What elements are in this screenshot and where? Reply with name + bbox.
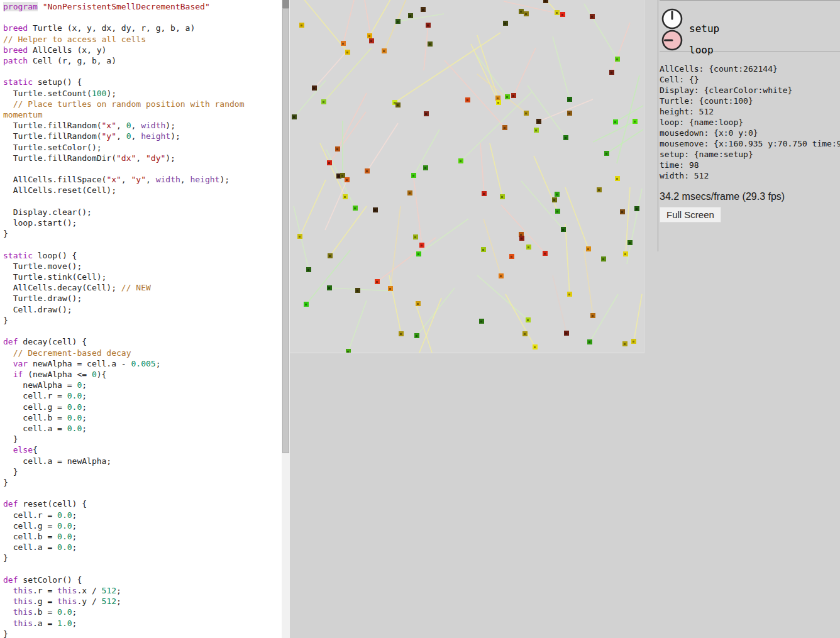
- code-line: momentum: [0, 109, 282, 120]
- code-line: cell.a = 0.0;: [0, 542, 282, 553]
- code-line: [0, 488, 282, 498]
- code-line: }: [0, 466, 282, 477]
- code-line: if (newAlpha <= 0){: [0, 369, 282, 380]
- code-line: cell.a = 0.0;: [0, 423, 282, 434]
- divider: [660, 52, 840, 52]
- watch-line: Turtle: {count:100}: [660, 96, 840, 106]
- code-line: newAlpha = 0;: [0, 380, 282, 390]
- code-line: Turtle.fillRandomDir("dx", "dy");: [0, 153, 282, 163]
- watch-line: mousemove: {x:160.935 y:70.750 time:9: [660, 138, 840, 149]
- code-line: patch Cell (r, g, b, a): [0, 55, 282, 66]
- watch-line: height: 512: [660, 106, 840, 117]
- code-line: cell.r = 0.0;: [0, 510, 282, 520]
- code-line: [0, 66, 282, 77]
- loop-button-label[interactable]: loop: [689, 44, 714, 56]
- code-line: AllCells.fillSpace("x", "y", width, heig…: [0, 174, 282, 185]
- simulation-canvas[interactable]: [290, 0, 644, 353]
- control-panel: setup loop AllCells: {count:262144}Cell:…: [658, 0, 840, 251]
- watch-line: Display: {clearColor:white}: [660, 85, 840, 96]
- code-line: AllCells.decay(Cell); // NEW: [0, 282, 282, 293]
- watch-line: setup: {name:setup}: [660, 149, 840, 160]
- code-line: var newAlpha = cell.a - 0.005;: [0, 358, 282, 369]
- code-line: }: [0, 553, 282, 563]
- code-line: }: [0, 315, 282, 326]
- code-line: [0, 12, 282, 23]
- code-line: // Decrement-based decay: [0, 348, 282, 358]
- code-line: def decay(cell) {: [0, 336, 282, 347]
- turtle-layer: [290, 0, 644, 353]
- divider: [660, 0, 840, 1]
- watch-line: width: 512: [660, 170, 840, 181]
- code-line: Turtle.setCount(100);: [0, 88, 282, 99]
- fullscreen-button[interactable]: Full Screen: [660, 207, 721, 223]
- code-line: // Place turtles on random position with…: [0, 99, 282, 109]
- setup-button-label[interactable]: setup: [689, 23, 719, 35]
- code-line: Turtle.draw();: [0, 293, 282, 304]
- code-line: cell.g = 0.0;: [0, 402, 282, 412]
- scrollbar-up-arrow[interactable]: [282, 0, 289, 8]
- code-line: static loop() {: [0, 250, 282, 261]
- loop-control: loop: [661, 29, 840, 52]
- watch-line: AllCells: {count:262144}: [660, 63, 840, 74]
- code-line: Turtle.move();: [0, 261, 282, 272]
- code-line: }: [0, 629, 282, 638]
- code-line: Turtle.fillRandom("x", 0, width);: [0, 120, 282, 131]
- code-line: Cell.draw();: [0, 304, 282, 315]
- code-line: breed AllCells (x, y): [0, 45, 282, 55]
- watch-line: Cell: {}: [660, 74, 840, 85]
- code-line: AllCells.reset(Cell);: [0, 185, 282, 195]
- code-line: this.g = this.y / 512;: [0, 596, 282, 607]
- code-line: loop.start();: [0, 217, 282, 228]
- code-line: this.r = this.x / 512;: [0, 585, 282, 596]
- code-line: [0, 163, 282, 174]
- code-line: Turtle.setColor();: [0, 142, 282, 153]
- code-line: cell.a = newAlpha;: [0, 456, 282, 466]
- code-line: }: [0, 434, 282, 444]
- code-line: Turtle.stink(Cell);: [0, 272, 282, 282]
- code-line: Turtle.fillRandom("y", 0, height);: [0, 131, 282, 141]
- code-line: cell.g = 0.0;: [0, 520, 282, 531]
- code-line: // Helper to access all cells: [0, 34, 282, 45]
- setup-button[interactable]: [661, 8, 683, 30]
- frame-time-text: 34.2 msecs/frame (29.3 fps): [660, 191, 840, 202]
- code-line: }: [0, 477, 282, 488]
- watch-line: time: 98: [660, 160, 840, 170]
- code-line: [0, 196, 282, 207]
- code-line: program "NonPersistentSmellDecrementBase…: [0, 1, 282, 12]
- code-scrollbar[interactable]: [282, 0, 290, 638]
- code-line: def setColor() {: [0, 575, 282, 585]
- code-line: this.b = 0.0;: [0, 607, 282, 617]
- code-line: cell.b = 0.0;: [0, 531, 282, 542]
- code-line: }: [0, 228, 282, 239]
- code-line: breed Turtle (x, y, dx, dy, r, g, b, a): [0, 23, 282, 33]
- code-line: else{: [0, 444, 282, 455]
- code-line: cell.b = 0.0;: [0, 412, 282, 423]
- code-line: static setup() {: [0, 77, 282, 87]
- code-line: [0, 326, 282, 336]
- code-line: this.a = 1.0;: [0, 618, 282, 629]
- code-line: [0, 564, 282, 575]
- loop-button[interactable]: [661, 29, 683, 52]
- code-line: cell.r = 0.0;: [0, 390, 282, 401]
- code-line: [0, 239, 282, 250]
- scrollbar-thumb[interactable]: [282, 8, 289, 453]
- watch-line: mousedown: {x:0 y:0}: [660, 128, 840, 138]
- watch-line: loop: {name:loop}: [660, 117, 840, 128]
- code-line: Display.clear();: [0, 207, 282, 217]
- watch-variables: AllCells: {count:262144}Cell: {}Display:…: [660, 63, 840, 181]
- code-editor[interactable]: program "NonPersistentSmellDecrementBase…: [0, 0, 282, 638]
- code-line: def reset(cell) {: [0, 498, 282, 509]
- setup-control: setup: [661, 8, 840, 30]
